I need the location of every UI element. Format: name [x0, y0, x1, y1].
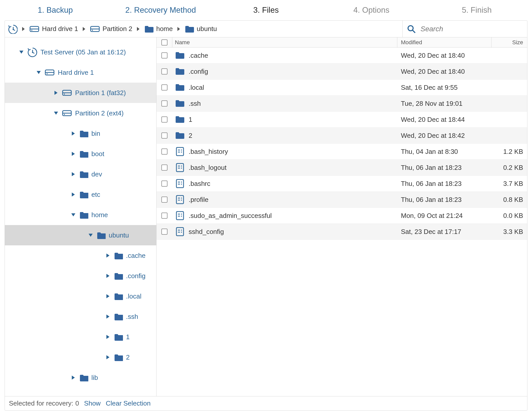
tree-item-label: .cache: [126, 252, 146, 260]
wizard-step-files[interactable]: 3. Files: [213, 6, 319, 15]
file-row[interactable]: .sudo_as_admin_successful Mon, 09 Oct at…: [157, 208, 527, 224]
row-checkbox[interactable]: [161, 100, 167, 107]
file-name: .config: [189, 68, 208, 76]
file-row[interactable]: .cache Wed, 20 Dec at 18:40: [157, 48, 527, 64]
search-box[interactable]: [402, 21, 527, 37]
tree-item-folder[interactable]: 2: [5, 347, 156, 367]
folder-icon: [114, 292, 123, 301]
tree-item-folder[interactable]: .ssh: [5, 306, 156, 327]
tree-item-folder[interactable]: bin: [5, 123, 156, 144]
file-row[interactable]: .bash_logout Thu, 06 Jan at 18:23 0.2 KB: [157, 160, 527, 176]
chevron-down-icon[interactable]: [19, 49, 24, 55]
folder-icon: [175, 114, 185, 125]
tree-item-drive[interactable]: Hard drive 1: [5, 62, 156, 83]
wizard-step-recovery[interactable]: 2. Recovery Method: [108, 6, 213, 15]
tree-item-folder[interactable]: lib: [5, 367, 156, 388]
wizard-step-backup[interactable]: 1. Backup: [3, 6, 108, 15]
file-row[interactable]: sshd_config Sat, 23 Dec at 17:17 3.3 KB: [157, 224, 527, 240]
row-checkbox[interactable]: [161, 116, 167, 123]
tree-item-folder[interactable]: home: [5, 205, 156, 225]
tree-item-folder[interactable]: etc: [5, 184, 156, 205]
breadcrumb-item[interactable]: Hard drive 1: [29, 24, 78, 34]
chevron-right-icon[interactable]: [71, 151, 76, 157]
row-checkbox[interactable]: [161, 213, 167, 219]
wizard-step-finish[interactable]: 5. Finish: [424, 6, 529, 15]
chevron-right-icon[interactable]: [105, 314, 111, 319]
tree-item-folder[interactable]: .local: [5, 286, 156, 306]
chevron-down-icon[interactable]: [88, 232, 93, 238]
breadcrumb-item[interactable]: ubuntu: [185, 24, 217, 34]
tree-item-folder[interactable]: boot: [5, 144, 156, 164]
history-icon[interactable]: [8, 24, 18, 34]
column-header-checkbox[interactable]: [157, 37, 172, 47]
file-row[interactable]: 2 Wed, 20 Dec at 18:42: [157, 128, 527, 144]
folder-icon: [175, 50, 185, 61]
tree-item-backup-root[interactable]: Test Server (05 Jan at 16:12): [5, 42, 156, 62]
wizard-step-options[interactable]: 4. Options: [319, 6, 424, 15]
chevron-right-icon[interactable]: [71, 131, 76, 136]
file-row[interactable]: .bashrc Thu, 06 Jan at 18:23 3.7 KB: [157, 176, 527, 192]
breadcrumb-item[interactable]: home: [144, 24, 173, 34]
column-header-size[interactable]: Size: [492, 37, 527, 47]
file-row[interactable]: .ssh Tue, 28 Nov at 19:01: [157, 96, 527, 112]
file-modified: Thu, 06 Jan at 18:23: [397, 196, 492, 204]
drive-icon: [45, 67, 55, 78]
tree-item-label: home: [91, 211, 108, 219]
search-input[interactable]: [420, 25, 523, 33]
row-checkbox[interactable]: [161, 68, 167, 75]
breadcrumb-label: home: [156, 25, 173, 33]
chevron-right-icon[interactable]: [105, 334, 111, 340]
chevron-down-icon[interactable]: [71, 212, 76, 218]
chevron-right-icon[interactable]: [71, 192, 76, 197]
file-name: .cache: [189, 52, 208, 59]
chevron-down-icon[interactable]: [36, 70, 41, 75]
tree-item-label: .local: [126, 292, 142, 300]
chevron-right-icon[interactable]: [71, 375, 76, 380]
file-modified: Sat, 16 Dec at 9:55: [397, 84, 492, 92]
file-row[interactable]: .config Wed, 20 Dec at 18:40: [157, 64, 527, 80]
chevron-right-icon[interactable]: [105, 273, 111, 279]
chevron-right-icon[interactable]: [53, 90, 59, 96]
file-row[interactable]: .bash_history Thu, 04 Jan at 8:30 1.2 KB: [157, 144, 527, 160]
file-row[interactable]: 1 Wed, 20 Dec at 18:44: [157, 112, 527, 128]
tree-item-folder[interactable]: .cache: [5, 245, 156, 266]
chevron-right-icon[interactable]: [105, 253, 111, 258]
tree-item-folder[interactable]: .config: [5, 266, 156, 286]
chevron-right-icon[interactable]: [105, 293, 111, 299]
row-checkbox[interactable]: [161, 165, 167, 171]
chevron-right-icon[interactable]: [105, 354, 111, 360]
tree-item-folder[interactable]: 1: [5, 327, 156, 347]
file-name: .ssh: [189, 100, 201, 108]
file-name: .local: [189, 84, 204, 92]
clear-selection-button[interactable]: Clear Selection: [106, 399, 150, 407]
tree-item-folder[interactable]: dev: [5, 164, 156, 184]
tree-item-label: etc: [91, 191, 100, 199]
file-modified: Wed, 20 Dec at 18:40: [397, 68, 492, 76]
tree[interactable]: Test Server (05 Jan at 16:12) Hard drive…: [5, 37, 156, 391]
file-modified: Thu, 06 Jan at 18:23: [397, 164, 492, 172]
tree-item-partition[interactable]: Partition 1 (fat32): [5, 83, 156, 103]
row-checkbox[interactable]: [161, 132, 167, 139]
file-size: 3.7 KB: [492, 180, 527, 188]
row-checkbox[interactable]: [161, 84, 167, 91]
breadcrumb-item[interactable]: Partition 2: [90, 24, 132, 34]
row-checkbox[interactable]: [161, 229, 167, 235]
file-name: 2: [189, 132, 192, 140]
row-checkbox[interactable]: [161, 181, 167, 187]
tree-item-folder[interactable]: ubuntu: [5, 225, 156, 245]
row-checkbox[interactable]: [161, 197, 167, 203]
file-row[interactable]: .local Sat, 16 Dec at 9:55: [157, 80, 527, 96]
column-header-name[interactable]: Name: [172, 37, 397, 47]
row-checkbox[interactable]: [161, 52, 167, 58]
tree-item-partition[interactable]: Partition 2 (ext4): [5, 103, 156, 123]
tree-horizontal-scrollbar[interactable]: [5, 391, 156, 396]
chevron-down-icon[interactable]: [53, 110, 59, 116]
row-checkbox[interactable]: [161, 148, 167, 155]
chevron-right-icon[interactable]: [71, 171, 76, 177]
file-row[interactable]: .profile Thu, 06 Jan at 18:23 0.8 KB: [157, 192, 527, 208]
tree-item-label: boot: [91, 150, 104, 158]
show-selection-button[interactable]: Show: [84, 399, 101, 407]
folder-icon: [144, 24, 154, 34]
column-header-modified[interactable]: Modified: [397, 37, 492, 47]
file-icon: [175, 211, 185, 221]
